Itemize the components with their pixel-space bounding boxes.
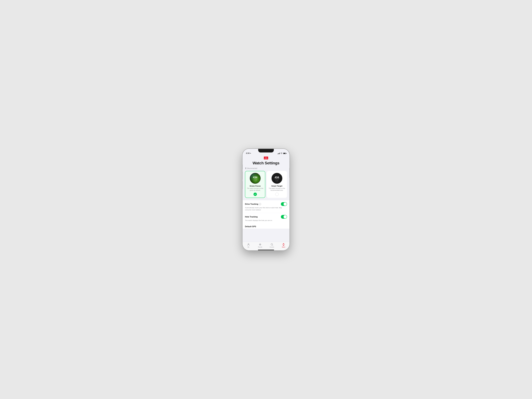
tab-courses[interactable]: Courses bbox=[266, 243, 278, 248]
watch-chevron-icon-2: ∧ bbox=[277, 181, 277, 183]
battery-icon bbox=[283, 153, 286, 154]
location-arrow-icon: ▲ bbox=[250, 152, 251, 154]
mode-desc-green-focus: The watch focuses on the green by defaul… bbox=[247, 187, 264, 192]
tag-heuer-logo: TAG HEUER bbox=[263, 156, 269, 160]
watch-distance-display: 434 bbox=[253, 176, 257, 179]
mode-card-green-focus[interactable]: °8 434 ⊙ DRIVER SCORE ∧ Green Focus The … bbox=[245, 171, 265, 198]
mode-check-smart-target[interactable] bbox=[275, 193, 279, 196]
drive-tracking-toggle[interactable] bbox=[281, 202, 287, 206]
drive-tracking-info-icon[interactable]: i bbox=[259, 203, 261, 205]
watch-club-display: ⊙ DRIVER bbox=[253, 179, 257, 180]
mode-check-green-focus[interactable] bbox=[253, 193, 257, 196]
tab-watch[interactable]: Watch bbox=[278, 243, 290, 248]
me-icon bbox=[247, 243, 250, 246]
time-display: 2:33 bbox=[246, 152, 250, 154]
drive-tracking-header: Drive Tracking i bbox=[245, 202, 287, 206]
watch-icon bbox=[282, 243, 285, 246]
partial-setting-row: Default GPS bbox=[243, 224, 289, 229]
phone-screen: 2:33 ▲ bbox=[243, 149, 289, 250]
status-time: 2:33 ▲ bbox=[246, 152, 251, 154]
watch-club-display-2: ⊙ DRIVER bbox=[275, 179, 279, 180]
hole-tracking-row: Hole Tracking The watch displays the hol… bbox=[245, 213, 287, 224]
mode-name-smart-target: Smart Target bbox=[271, 185, 282, 187]
svg-rect-9 bbox=[283, 245, 284, 245]
home-indicator bbox=[258, 250, 274, 250]
signal-icon bbox=[278, 153, 280, 154]
watch-chevron-icon: ∧ bbox=[255, 181, 256, 183]
hole-tracking-desc: The watch displays the hole you are on. bbox=[245, 219, 287, 222]
watch-score-label-2: SCORE bbox=[275, 180, 279, 181]
app-header: TAG HEUER Watch Settings bbox=[243, 155, 289, 166]
bluetooth-status: Disconnected bbox=[243, 166, 289, 171]
watch-hole-number-2: °8 bbox=[280, 174, 281, 175]
svg-text:TAG: TAG bbox=[265, 157, 267, 158]
svg-point-7 bbox=[283, 244, 284, 245]
rounds-icon bbox=[259, 243, 262, 246]
mode-card-smart-target[interactable]: °8 434 ⊙ DRIVER SCORE ∧ Smart Target The… bbox=[267, 171, 287, 198]
hole-tracking-toggle[interactable] bbox=[281, 215, 287, 219]
bluetooth-status-text: Disconnected bbox=[247, 167, 257, 169]
drive-tracking-label-group: Drive Tracking i bbox=[245, 203, 261, 205]
partial-setting-label: Default GPS bbox=[245, 225, 256, 228]
courses-icon bbox=[270, 243, 273, 246]
svg-point-4 bbox=[248, 244, 249, 245]
svg-text:HEUER: HEUER bbox=[265, 158, 267, 159]
partial-setting-header: Default GPS bbox=[245, 225, 287, 228]
drive-tracking-row: Drive Tracking i Automatically tracks yo… bbox=[245, 200, 287, 213]
tab-watch-label: Watch bbox=[282, 246, 285, 248]
wifi-icon bbox=[280, 153, 282, 154]
phone-device: 2:33 ▲ bbox=[243, 149, 289, 250]
hole-tracking-label: Hole Tracking bbox=[245, 216, 258, 218]
tab-me[interactable]: Me bbox=[243, 243, 254, 248]
mode-desc-smart-target: The watch focuses on the recommended sho… bbox=[268, 187, 285, 192]
watch-score-label: SCORE bbox=[253, 180, 257, 181]
watch-face-green-focus: °8 434 ⊙ DRIVER SCORE ∧ bbox=[250, 173, 261, 184]
svg-rect-8 bbox=[283, 243, 284, 244]
svg-point-6 bbox=[271, 244, 272, 245]
status-bar: 2:33 ▲ bbox=[243, 149, 289, 155]
watch-distance-display-2: 434 bbox=[275, 176, 279, 179]
tab-bar: Me Rounds bbox=[243, 242, 289, 250]
tab-rounds[interactable]: Rounds bbox=[254, 243, 266, 248]
tab-courses-label: Courses bbox=[270, 246, 274, 248]
status-icons bbox=[278, 153, 286, 154]
watch-face-smart-target: °8 434 ⊙ DRIVER SCORE ∧ bbox=[272, 173, 282, 184]
screen-content[interactable]: TAG HEUER Watch Settings Disconnected bbox=[243, 155, 289, 242]
tab-rounds-label: Rounds bbox=[258, 246, 262, 248]
page-title: Watch Settings bbox=[253, 161, 279, 165]
drive-tracking-label: Drive Tracking bbox=[245, 203, 258, 205]
hole-tracking-label-group: Hole Tracking bbox=[245, 216, 258, 218]
drive-tracking-desc: Automatically tracks your first shot on … bbox=[245, 207, 287, 211]
bluetooth-icon bbox=[245, 167, 247, 169]
notch bbox=[258, 149, 274, 153]
settings-section: Drive Tracking i Automatically tracks yo… bbox=[243, 200, 289, 224]
tab-me-label: Me bbox=[248, 246, 249, 248]
mode-name-green-focus: Green Focus bbox=[250, 185, 261, 187]
mode-cards-container: °8 434 ⊙ DRIVER SCORE ∧ Green Focus The … bbox=[243, 171, 289, 200]
watch-hole-number: °8 bbox=[258, 174, 259, 175]
hole-tracking-header: Hole Tracking bbox=[245, 215, 287, 219]
